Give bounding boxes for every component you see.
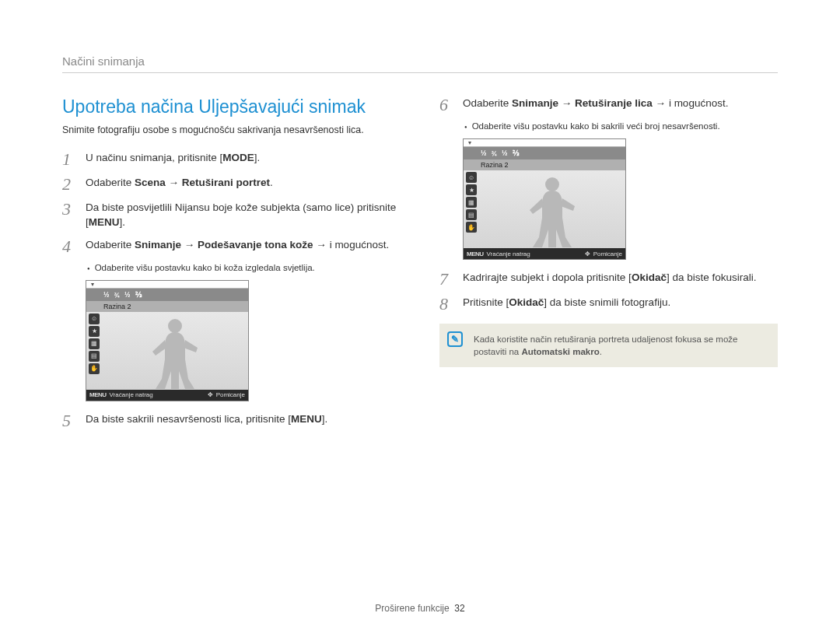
step-1: 1 U načinu snimanja, pritisnite [MODE]. (62, 151, 401, 168)
camera-lcd-preview: ½ ¾ ½ ⅔ Razina 2 ⚡ ✎ ☺ ★ ▦ ▤ (86, 280, 249, 401)
step-3: 3 Da biste posvijetlili Nijansu boje kož… (62, 201, 401, 230)
footer-section-label: Proširene funkcije (375, 603, 449, 614)
step-number: 8 (439, 296, 453, 313)
star-icon: ★ (466, 184, 477, 195)
face-icon: ☺ (89, 313, 100, 324)
af-icon: ▦ (89, 338, 100, 349)
step-body: Da biste posvijetlili Nijansu boje kože … (86, 201, 401, 230)
step-body: Da biste sakrili nesavršenosti lica, pri… (86, 412, 401, 427)
step-body: Kadrirajte subjekt i dopola pritisnite [… (463, 271, 778, 285)
face-icon: ☺ (466, 172, 477, 183)
right-column: 6 Odaberite Snimanje → Retuširanje lica … (439, 96, 778, 437)
lcd-side-icons: ⚡ ✎ ☺ ★ ▦ ▤ ✋ (466, 170, 478, 233)
info-icon: ✎ (447, 331, 463, 347)
grid-icon: ▤ (89, 351, 100, 362)
move-label: Pomicanje (216, 391, 245, 398)
note-box: ✎ Kada koristite način retuširanja portr… (439, 324, 778, 367)
left-column: Upotreba načina Uljepšavajući snimak Sni… (62, 96, 401, 437)
lcd-level-label: Razina 2 (86, 301, 248, 312)
step-4: 4 Odaberite Snimanje → Podešavanje tona … (62, 238, 401, 255)
step-number: 3 (62, 201, 76, 218)
star-icon: ★ (89, 326, 100, 337)
sub-bullet-text: Odaberite višu postavku kako bi koža izg… (95, 263, 315, 272)
section-title: Upotreba načina Uljepšavajući snimak (62, 96, 401, 117)
svg-point-1 (545, 177, 559, 191)
lcd-level-strip: ½ ¾ ½ ⅔ (86, 289, 248, 301)
step-body: Odaberite Scena → Retuširani portret. (86, 176, 401, 191)
breadcrumb: Načini snimanja (62, 54, 778, 73)
menu-label: MENU (467, 250, 484, 257)
lcd-footer-bar: MENU Vraćanje natrag ✥ Pomicanje (464, 248, 625, 259)
step-body: Pritisnite [Okidač] da biste snimili fot… (463, 296, 778, 310)
lcd-level-strip: ½ ¾ ½ ⅔ (464, 147, 625, 159)
move-icon: ✥ (208, 391, 213, 398)
step-number: 6 (439, 96, 453, 114)
step-5: 5 Da biste sakrili nesavršenosti lica, p… (62, 412, 401, 429)
step-2: 2 Odaberite Scena → Retuširani portret. (62, 176, 401, 193)
move-label: Pomicanje (593, 250, 622, 257)
sub-bullet: Odaberite višu postavku kako bi sakrili … (464, 121, 778, 131)
step-8: 8 Pritisnite [Okidač] da biste snimili f… (439, 296, 778, 313)
lcd-level-label: Razina 2 (464, 159, 625, 170)
sub-bullet-text: Odaberite višu postavku kako bi sakrili … (472, 121, 720, 131)
lcd-footer-bar: MENU Vraćanje natrag ✥ Pomicanje (86, 390, 248, 401)
person-silhouette-icon (148, 317, 202, 390)
back-label: Vraćanje natrag (487, 250, 530, 257)
sub-bullet: Odaberite višu postavku kako bi koža izg… (87, 263, 401, 272)
move-icon: ✥ (585, 250, 590, 257)
page-number: 32 (454, 603, 464, 614)
step-body: U načinu snimanja, pritisnite [MODE]. (86, 151, 401, 166)
camera-lcd-preview: ½ ¾ ½ ⅔ Razina 2 ⚡ ✎ ☺ ★ ▦ ▤ (463, 138, 626, 260)
hand-icon: ✋ (466, 222, 477, 233)
hand-icon: ✋ (89, 363, 100, 374)
svg-point-0 (168, 319, 182, 333)
step-body: Odaberite Snimanje → Podešavanje tona ko… (86, 238, 401, 253)
menu-label: MENU (89, 391, 107, 398)
step-body: Odaberite Snimanje → Retuširanje lica → … (463, 96, 778, 111)
person-silhouette-icon (525, 175, 579, 248)
step-6: 6 Odaberite Snimanje → Retuširanje lica … (439, 96, 778, 114)
step-number: 5 (62, 412, 76, 429)
grid-icon: ▤ (466, 209, 477, 220)
step-7: 7 Kadrirajte subjekt i dopola pritisnite… (439, 271, 778, 288)
step-number: 1 (62, 151, 76, 168)
page-footer: Proširene funkcije 32 (0, 603, 840, 614)
af-icon: ▦ (466, 197, 477, 208)
intro-text: Snimite fotografiju osobe s mogućnošću s… (62, 124, 401, 137)
back-label: Vraćanje natrag (110, 391, 153, 398)
lcd-side-icons: ⚡ ✎ ☺ ★ ▦ ▤ ✋ (89, 312, 101, 374)
note-text: Kada koristite način retuširanja portret… (474, 335, 737, 356)
step-number: 2 (62, 176, 76, 193)
step-number: 7 (439, 271, 453, 288)
step-number: 4 (62, 238, 76, 255)
